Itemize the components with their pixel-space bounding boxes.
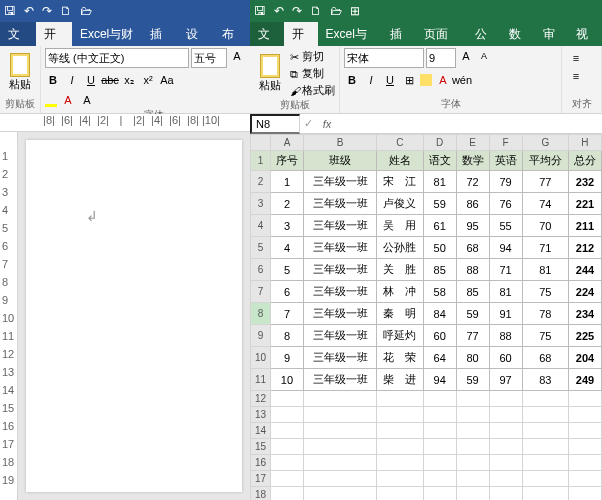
- col-header-H[interactable]: H: [568, 135, 601, 151]
- cell[interactable]: 212: [568, 237, 601, 259]
- row-header[interactable]: 16: [251, 455, 271, 471]
- menu-插入[interactable]: 插入: [142, 22, 178, 46]
- cell[interactable]: 9: [271, 347, 304, 369]
- menu-视图[interactable]: 视图: [568, 22, 602, 46]
- cell[interactable]: [377, 455, 423, 471]
- cell[interactable]: [377, 439, 423, 455]
- paste-button[interactable]: 粘贴: [254, 48, 286, 98]
- cell[interactable]: 三年级一班: [303, 215, 376, 237]
- menu-数据[interactable]: 数据: [501, 22, 535, 46]
- redo-icon[interactable]: ↷: [292, 4, 302, 18]
- cell[interactable]: [423, 407, 456, 423]
- bold-button[interactable]: B: [344, 72, 360, 88]
- row-header[interactable]: 6: [251, 259, 271, 281]
- cell[interactable]: [303, 487, 376, 501]
- cell[interactable]: 249: [568, 369, 601, 391]
- cell[interactable]: 224: [568, 281, 601, 303]
- cell[interactable]: 宋 江: [377, 171, 423, 193]
- align-mid-icon[interactable]: ≡: [568, 68, 584, 84]
- cell[interactable]: [423, 487, 456, 501]
- header-cell[interactable]: 序号: [271, 151, 304, 171]
- header-cell[interactable]: 数学: [456, 151, 489, 171]
- cell[interactable]: 86: [456, 193, 489, 215]
- cell[interactable]: [456, 455, 489, 471]
- col-header-B[interactable]: B: [303, 135, 376, 151]
- cell[interactable]: 234: [568, 303, 601, 325]
- menu-Excel与财务[interactable]: Excel与财务: [72, 22, 142, 46]
- redo-icon[interactable]: ↷: [42, 4, 52, 18]
- cell[interactable]: [377, 423, 423, 439]
- cell[interactable]: 225: [568, 325, 601, 347]
- cell[interactable]: [522, 455, 568, 471]
- align-top-icon[interactable]: ≡: [568, 50, 584, 66]
- shrink-font-icon[interactable]: A: [476, 48, 492, 64]
- name-box[interactable]: [250, 114, 300, 134]
- cell[interactable]: [303, 391, 376, 407]
- format-painter-button[interactable]: 🖌格式刷: [290, 82, 335, 98]
- cell[interactable]: 74: [522, 193, 568, 215]
- cell[interactable]: [271, 391, 304, 407]
- cell[interactable]: [568, 439, 601, 455]
- col-header-G[interactable]: G: [522, 135, 568, 151]
- cell[interactable]: 8: [271, 325, 304, 347]
- cell[interactable]: [522, 423, 568, 439]
- cell[interactable]: 76: [489, 193, 522, 215]
- cell[interactable]: 77: [522, 171, 568, 193]
- row-header[interactable]: 13: [251, 407, 271, 423]
- col-header-A[interactable]: A: [271, 135, 304, 151]
- grow-font-icon[interactable]: A: [458, 48, 474, 64]
- cell[interactable]: 75: [522, 325, 568, 347]
- cell[interactable]: 柴 进: [377, 369, 423, 391]
- cell[interactable]: 244: [568, 259, 601, 281]
- cell[interactable]: [522, 391, 568, 407]
- highlight-icon[interactable]: [45, 104, 57, 107]
- cell[interactable]: 97: [489, 369, 522, 391]
- row-header[interactable]: 7: [251, 281, 271, 303]
- menu-开始[interactable]: 开始: [36, 22, 72, 46]
- row-header[interactable]: 11: [251, 369, 271, 391]
- cell[interactable]: 59: [456, 303, 489, 325]
- cell[interactable]: [489, 407, 522, 423]
- menu-页面布局[interactable]: 页面布局: [416, 22, 467, 46]
- cell[interactable]: 72: [456, 171, 489, 193]
- cell[interactable]: 58: [423, 281, 456, 303]
- open-icon[interactable]: 🗁: [330, 4, 342, 18]
- cell[interactable]: 88: [489, 325, 522, 347]
- col-header-C[interactable]: C: [377, 135, 423, 151]
- new-icon[interactable]: 🗋: [310, 4, 322, 18]
- menu-公式[interactable]: 公式: [467, 22, 501, 46]
- worksheet[interactable]: ABCDEFGH 1序号班级姓名语文数学英语平均分总分21三年级一班宋 江817…: [250, 134, 602, 500]
- cell[interactable]: 77: [456, 325, 489, 347]
- cell[interactable]: 94: [489, 237, 522, 259]
- cell[interactable]: 59: [423, 193, 456, 215]
- cell[interactable]: [271, 487, 304, 501]
- cell[interactable]: [456, 423, 489, 439]
- cell[interactable]: [271, 423, 304, 439]
- cell[interactable]: [303, 455, 376, 471]
- cell[interactable]: [568, 455, 601, 471]
- cell[interactable]: 1: [271, 171, 304, 193]
- cell[interactable]: [489, 391, 522, 407]
- col-header-F[interactable]: F: [489, 135, 522, 151]
- menu-文件[interactable]: 文件: [0, 22, 36, 46]
- cell[interactable]: [423, 423, 456, 439]
- cell[interactable]: [522, 471, 568, 487]
- cell[interactable]: 68: [456, 237, 489, 259]
- cell[interactable]: 55: [489, 215, 522, 237]
- cell[interactable]: [456, 407, 489, 423]
- cell[interactable]: [377, 471, 423, 487]
- subscript-button[interactable]: x₂: [121, 72, 137, 88]
- cell[interactable]: 6: [271, 281, 304, 303]
- header-cell[interactable]: 英语: [489, 151, 522, 171]
- select-all-corner[interactable]: [251, 135, 271, 151]
- cell[interactable]: 71: [489, 259, 522, 281]
- font-color-button[interactable]: A: [60, 92, 76, 108]
- cell[interactable]: [522, 487, 568, 501]
- underline-button[interactable]: U: [382, 72, 398, 88]
- header-cell[interactable]: 总分: [568, 151, 601, 171]
- cell[interactable]: 三年级一班: [303, 281, 376, 303]
- row-header[interactable]: 14: [251, 423, 271, 439]
- col-header-D[interactable]: D: [423, 135, 456, 151]
- cell[interactable]: [489, 487, 522, 501]
- cell[interactable]: 61: [423, 215, 456, 237]
